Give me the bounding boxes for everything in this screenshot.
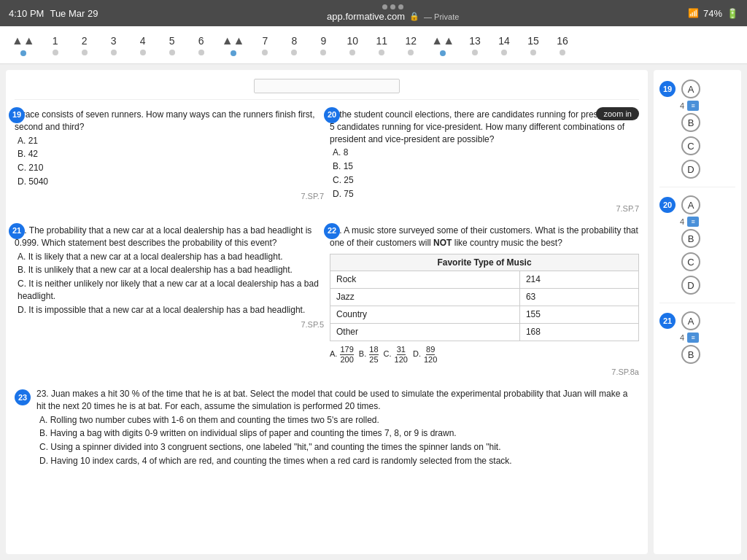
nav-item-13[interactable]: 13 [460, 32, 489, 58]
question-23-text: 23. Juan makes a hit 30 % of the time th… [36, 388, 639, 413]
answer-circle-19-d[interactable]: D [681, 160, 700, 179]
question-21-col: 21 21. The probability that a new car at… [15, 225, 324, 378]
answer-badge-21: 21 [659, 313, 676, 329]
answer-circle-20-c[interactable]: C [681, 252, 700, 271]
questions-panel[interactable]: 19 A race consists of seven runners. How… [6, 70, 648, 554]
status-bar: 4:10 PM Tue Mar 29 app.formative.com 🔒 —… [0, 0, 747, 26]
nav-item-2[interactable]: 2 [70, 32, 99, 58]
answer-circle-20-b[interactable]: B [681, 229, 700, 248]
answer-row-20-badge: 20 A [659, 195, 735, 214]
battery-icon: 🔋 [727, 8, 738, 19]
answer-sub-20: 4 ≡ [680, 217, 699, 227]
q19-standard: 7.SP.7 [15, 191, 324, 202]
question-23-content: 23. Juan makes a hit 30 % of the time th… [36, 388, 639, 469]
q20-option-a: A. 8 [333, 147, 639, 159]
question-22-badge: 22 [324, 223, 340, 239]
date-display: Tue Mar 29 [50, 8, 98, 19]
answer-sub-19: 4 ≡ [680, 101, 699, 111]
q21-option-b: B. It is unlikely that a new car at a lo… [18, 264, 324, 276]
browser-dot-2 [390, 4, 395, 9]
q22-option-d: D. 89120 [413, 346, 438, 364]
answer-circle-21-b[interactable]: B [681, 345, 700, 364]
q23-option-a: A. Rolling two number cubes with 1-6 on … [39, 414, 639, 427]
nav-mountain-3[interactable]: ▲▲ [425, 31, 460, 59]
question-19-badge: 19 [9, 107, 25, 123]
comment-icon-21: ≡ [687, 332, 699, 343]
q22-standard: 7.SP.8a [330, 367, 639, 378]
q23-option-d: D. Having 10 index cards, 4 of which are… [39, 455, 639, 467]
answer-row-19-badge: 19 A [659, 79, 735, 98]
answer-item-21: 21 A 4 ≡ B [659, 309, 735, 366]
nav-item-9[interactable]: 9 [309, 32, 338, 58]
question-20-content: zoom in In the student council elections… [330, 109, 639, 214]
zoom-in-button[interactable]: zoom in [596, 107, 639, 120]
mountain-dot-2 [231, 50, 236, 56]
question-19-text: A race consists of seven runners. How ma… [15, 109, 324, 133]
q19-option-c: C. 210 [18, 162, 324, 174]
answer-sub-21: 4 ≡ [680, 332, 699, 343]
url-display: app.formative.com [327, 11, 405, 22]
question-21-badge: 21 [9, 223, 25, 239]
answer-sub-21-num: 4 [680, 333, 684, 342]
browser-dots [382, 4, 403, 9]
answer-circle-21-a[interactable]: A [681, 311, 700, 330]
answer-circle-19-c[interactable]: C [681, 136, 700, 155]
nav-item-8[interactable]: 8 [279, 32, 309, 58]
answer-row-19-d: D [659, 160, 735, 179]
q21-option-d: D. It is impossible that a new car at a … [18, 304, 324, 316]
q19-option-a: A. 21 [18, 135, 324, 147]
nav-item-4[interactable]: 4 [128, 32, 158, 58]
answer-row-20-d: D [659, 276, 735, 295]
question-21-text: 21. The probability that a new car at a … [15, 225, 324, 249]
answer-circle-20-a[interactable]: A [681, 195, 700, 214]
answer-row-20-b: B [659, 229, 735, 248]
answer-circle-20-d[interactable]: D [681, 276, 700, 295]
answer-row-20-c: C [659, 252, 735, 271]
answer-sub-19-num: 4 [680, 101, 684, 110]
battery-percent: 74% [703, 8, 722, 19]
nav-item-7[interactable]: 7 [250, 32, 279, 58]
answer-item-19: 19 A 4 ≡ B C D [659, 77, 735, 181]
nav-item-5[interactable]: 5 [158, 32, 187, 58]
answer-circle-19-a[interactable]: A [681, 79, 700, 98]
music-row-country: Country155 [330, 306, 639, 323]
question-19-content: A race consists of seven runners. How ma… [15, 109, 324, 202]
browser-toolbar: app.formative.com 🔒 — Private [327, 4, 459, 22]
mountain-icon-1: ▲▲ [12, 34, 35, 47]
question-20-text: In the student council elections, there … [330, 109, 639, 145]
q23-option-c: C. Using a spinner divided into 3 congru… [39, 441, 639, 454]
nav-item-16[interactable]: 16 [548, 32, 577, 58]
answer-circle-19-b[interactable]: B [681, 113, 700, 132]
privacy-label: — Private [424, 12, 459, 21]
answer-item-20: 20 A 4 ≡ B C D [659, 193, 735, 297]
nav-mountain-1[interactable]: ▲▲ [6, 31, 41, 59]
question-row-21-22: 21 21. The probability that a new car at… [15, 225, 639, 378]
q19-option-b: B. 42 [18, 148, 324, 160]
question-22-col: 22 22. A music store surveyed some of th… [330, 225, 639, 378]
q20-option-b: B. 15 [333, 160, 639, 173]
nav-mountain-2[interactable]: ▲▲ [216, 31, 251, 59]
answer-badge-19: 19 [659, 81, 676, 97]
nav-item-3[interactable]: 3 [99, 32, 128, 58]
nav-item-12[interactable]: 12 [396, 32, 425, 58]
q20-option-d: D. 75 [333, 188, 639, 201]
nav-item-10[interactable]: 10 [338, 32, 367, 58]
answer-row-19-b: B [659, 113, 735, 132]
nav-item-6[interactable]: 6 [187, 32, 216, 58]
mountain-icon-3: ▲▲ [431, 34, 454, 47]
nav-item-1[interactable]: 1 [41, 32, 70, 58]
nav-item-15[interactable]: 15 [519, 32, 548, 58]
nav-item-14[interactable]: 14 [489, 32, 519, 58]
q19-option-d: D. 5040 [18, 176, 324, 188]
main-content: 19 A race consists of seven runners. How… [0, 64, 747, 560]
wifi-icon: 📶 [688, 8, 699, 18]
q21-option-c: C. It is neither unlikely nor likely tha… [18, 278, 324, 303]
question-row-19-20: 19 A race consists of seven runners. How… [15, 109, 639, 214]
question-21-content: 21. The probability that a new car at a … [15, 225, 324, 330]
mountain-dot-3 [440, 50, 446, 56]
mountain-icon-2: ▲▲ [222, 34, 245, 47]
q21-option-a: A. It is likely that a new car at a loca… [18, 251, 324, 263]
q22-option-b: B. 1825 [359, 346, 379, 364]
nav-item-11[interactable]: 11 [367, 32, 396, 58]
mountain-dot-1 [20, 50, 26, 56]
